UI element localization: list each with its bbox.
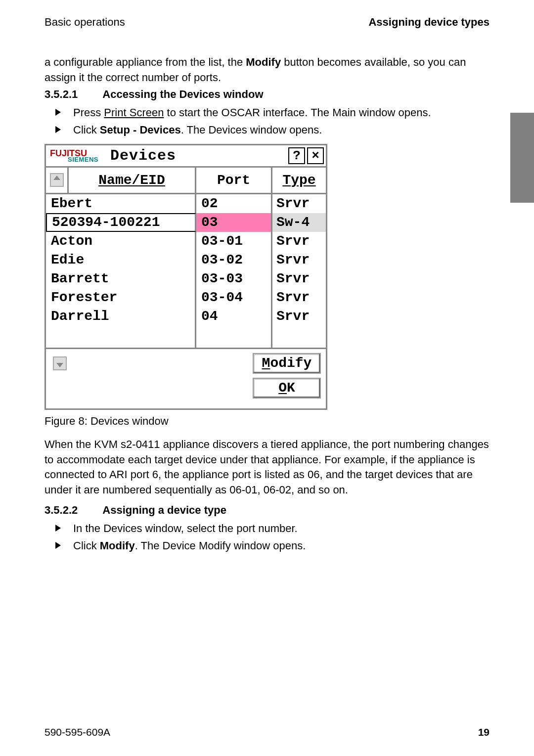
device-type-cell: Srvr (272, 251, 326, 269)
device-row[interactable]: Ebert02Srvr (46, 194, 326, 213)
section-3-5-2-1-heading: 3.5.2.1 Accessing the Devices window (44, 87, 490, 102)
devices-window: FUJITSU SIEMENS Devices ? × Name/EID Por… (44, 144, 327, 410)
section2-bullets: In the Devices window, select the port n… (44, 521, 490, 554)
chevron-up-icon (50, 173, 64, 187)
device-row[interactable]: 520394-10022103Sw-4 (46, 213, 326, 232)
figure-caption: Figure 8: Devices window (44, 414, 490, 429)
empty-row (46, 326, 326, 348)
help-button[interactable]: ? (288, 147, 305, 164)
device-row[interactable]: Acton03-01Srvr (46, 232, 326, 251)
device-name-cell: Barrett (46, 269, 196, 288)
column-headers: Name/EID Port Type (46, 168, 326, 194)
device-port-cell: 03-02 (196, 251, 272, 269)
page-footer: 590-595-609A 19 (44, 725, 490, 739)
column-header-name[interactable]: Name/EID (69, 168, 196, 193)
sort-up-button[interactable] (46, 168, 69, 193)
bullet-item: In the Devices window, select the port n… (55, 521, 490, 536)
device-type-cell: Srvr (272, 194, 326, 213)
device-type-cell: Srvr (272, 288, 326, 307)
device-row[interactable]: Forester03-04Srvr (46, 288, 326, 307)
device-list: Ebert02Srvr520394-10022103Sw-4Acton03-01… (46, 194, 326, 348)
device-port-cell: 03-01 (196, 232, 272, 251)
ok-button[interactable]: OK (253, 378, 321, 399)
section-3-5-2-2-heading: 3.5.2.2 Assigning a device type (44, 503, 490, 518)
modify-button[interactable]: Modify (253, 353, 321, 374)
header-right: Assigning device types (368, 15, 490, 30)
footer-docnum: 590-595-609A (44, 725, 110, 739)
side-tab (510, 113, 534, 203)
page-header: Basic operations Assigning device types (44, 15, 490, 30)
device-type-cell: Srvr (272, 269, 326, 288)
device-type-cell: Srvr (272, 232, 326, 251)
window-title: Devices (110, 145, 288, 166)
close-button[interactable]: × (307, 147, 324, 164)
device-type-cell: Srvr (272, 307, 326, 326)
device-name-cell: Ebert (46, 194, 196, 213)
bullet-item: Click Modify. The Device Modify window o… (55, 538, 490, 554)
title-bar: FUJITSU SIEMENS Devices ? × (46, 145, 326, 168)
device-row[interactable]: Darrell04Srvr (46, 307, 326, 326)
section1-bullets: Press Print Screen to start the OSCAR in… (44, 105, 490, 138)
device-row[interactable]: Edie03-02Srvr (46, 251, 326, 269)
section-number: 3.5.2.1 (44, 87, 78, 102)
explanatory-paragraph: When the KVM s2-0411 appliance discovers… (44, 437, 490, 498)
sort-down-button[interactable] (53, 356, 67, 370)
device-row[interactable]: Barrett03-03Srvr (46, 269, 326, 288)
section-title: Assigning a device type (102, 503, 226, 518)
device-name-cell: Acton (46, 232, 196, 251)
print-screen-link: Print Screen (104, 106, 164, 119)
button-area: Modify OK (46, 348, 326, 408)
section-number: 3.5.2.2 (44, 503, 78, 518)
logo: FUJITSU SIEMENS (46, 147, 110, 164)
device-name-cell: Forester (46, 288, 196, 307)
header-left: Basic operations (44, 15, 125, 30)
device-name-cell: Edie (46, 251, 196, 269)
device-port-cell: 04 (196, 307, 272, 326)
bullet-item: Click Setup - Devices. The Devices windo… (55, 123, 490, 138)
device-port-cell: 03 (196, 213, 272, 232)
device-port-cell: 03-03 (196, 269, 272, 288)
column-header-type[interactable]: Type (272, 168, 326, 193)
footer-page-number: 19 (478, 725, 490, 739)
section-title: Accessing the Devices window (102, 87, 263, 102)
column-header-port[interactable]: Port (196, 168, 272, 193)
intro-paragraph: a configurable appliance from the list, … (44, 55, 490, 86)
device-name-cell: 520394-100221 (46, 213, 196, 232)
device-name-cell: Darrell (46, 307, 196, 326)
bullet-item: Press Print Screen to start the OSCAR in… (55, 105, 490, 121)
device-type-cell: Sw-4 (272, 213, 326, 232)
device-port-cell: 03-04 (196, 288, 272, 307)
device-port-cell: 02 (196, 194, 272, 213)
